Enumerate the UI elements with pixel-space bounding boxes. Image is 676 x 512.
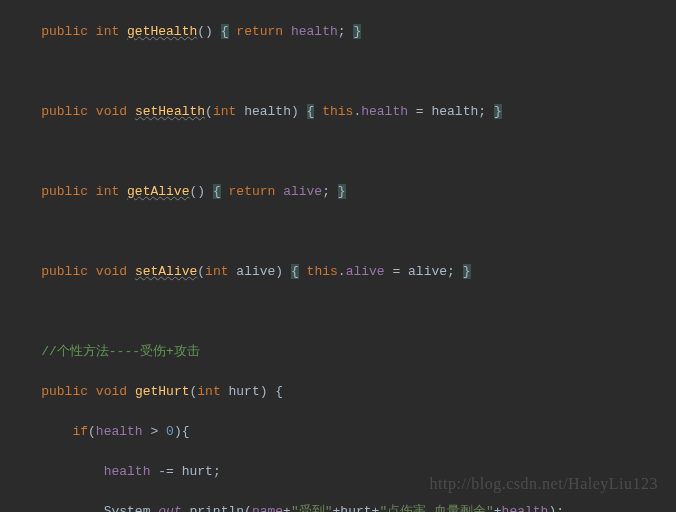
keyword-int: int <box>96 24 119 39</box>
method-getHurt: getHurt <box>135 384 190 399</box>
code-line: System.out.println(name+"受到"+hurt+"点伤害,血… <box>0 502 676 512</box>
code-line <box>0 62 676 82</box>
code-line: //个性方法----受伤+攻击 <box>0 342 676 362</box>
method-setHealth: setHealth <box>135 104 205 119</box>
code-line: public void getHurt(int hurt) { <box>0 382 676 402</box>
code-line <box>0 222 676 242</box>
code-line <box>0 142 676 162</box>
keyword-public: public <box>41 24 88 39</box>
code-line: if(health > 0){ <box>0 422 676 442</box>
code-line: public void setHealth(int health) { this… <box>0 102 676 122</box>
watermark: http://blog.csdn.net/HaleyLiu123 <box>430 474 658 494</box>
comment: //个性方法----受伤+攻击 <box>41 344 200 359</box>
code-line: public int getHealth() { return health; … <box>0 22 676 42</box>
code-editor[interactable]: public int getHealth() { return health; … <box>0 0 676 512</box>
code-line: public int getAlive() { return alive; } <box>0 182 676 202</box>
watermark-url: http://blog.csdn.net/HaleyLiu123 <box>430 475 658 492</box>
method-getAlive: getAlive <box>127 184 189 199</box>
method-getHealth: getHealth <box>127 24 197 39</box>
method-setAlive: setAlive <box>135 264 197 279</box>
code-line: public void setAlive(int alive) { this.a… <box>0 262 676 282</box>
code-line <box>0 302 676 322</box>
